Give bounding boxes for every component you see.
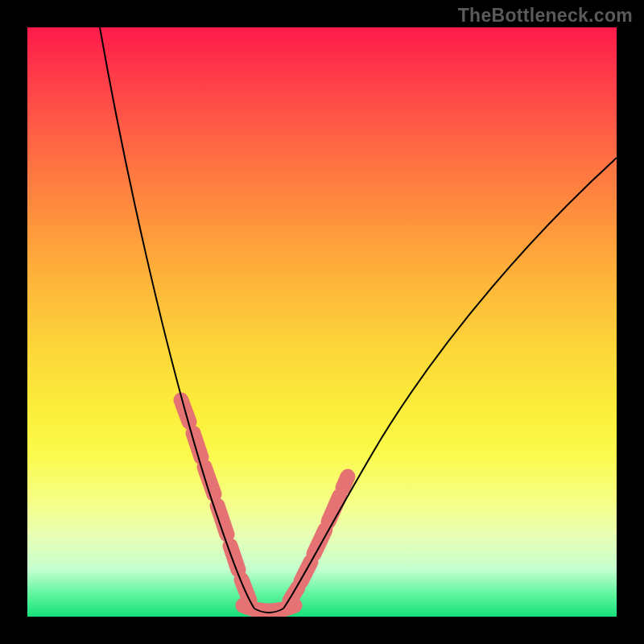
plot-area bbox=[27, 27, 617, 617]
curve-left-branch bbox=[100, 27, 254, 609]
curves-svg bbox=[27, 27, 617, 617]
curve-right-branch bbox=[283, 158, 617, 609]
attribution-text: TheBottleneck.com bbox=[458, 5, 633, 27]
pink-band-right bbox=[290, 477, 348, 601]
chart-stage: TheBottleneck.com bbox=[0, 0, 644, 644]
